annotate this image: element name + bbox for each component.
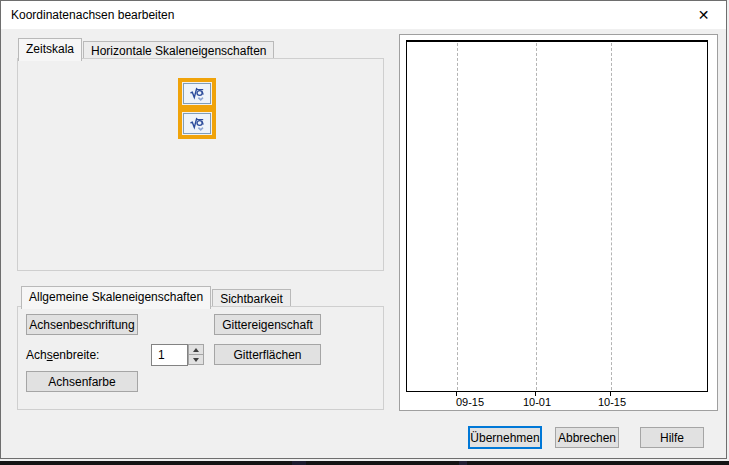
date-formula-icon <box>189 86 205 102</box>
gitterflaechen-button[interactable]: Gitterflächen <box>214 344 321 365</box>
arrow-down-icon <box>193 358 199 362</box>
achsenbeschriftung-button[interactable]: Achsenbeschriftung <box>26 314 138 335</box>
x-axis-label: 10-15 <box>598 396 626 408</box>
achsenbreite-stepper <box>188 344 204 365</box>
chart-preview-panel: 09-15 10-01 10-15 <box>399 34 718 411</box>
x-axis-label: 10-01 <box>523 396 551 408</box>
arrow-up-icon <box>193 348 199 352</box>
hilfe-button[interactable]: Hilfe <box>640 427 704 448</box>
enddatum-datepicker-button[interactable] <box>183 113 211 134</box>
achsenfarbe-button[interactable]: Achsenfarbe <box>26 371 138 392</box>
screen: Koordinatenachsen bearbeiten ✕ Zeitskala… <box>0 0 729 465</box>
chart-gridline <box>536 43 537 390</box>
x-axis-label: 09-15 <box>456 396 484 408</box>
dialog-koordinatenachsen: Koordinatenachsen bearbeiten ✕ Zeitskala… <box>0 0 727 459</box>
uebernehmen-button[interactable]: Übernehmen <box>468 426 542 449</box>
stepper-down-button[interactable] <box>188 354 204 365</box>
date-formula-icon <box>189 116 205 132</box>
tab-zeitskala[interactable]: Zeitskala <box>18 38 82 61</box>
gittereigenschaft-button[interactable]: Gittereigenschaft <box>214 314 321 335</box>
close-icon[interactable]: ✕ <box>681 1 726 29</box>
achsenbreite-input[interactable] <box>151 344 188 366</box>
startdatum-datepicker-button[interactable] <box>183 83 211 104</box>
tab-allgemeine-skaleneigenschaften[interactable]: Allgemeine Skaleneigenschaften <box>21 286 211 309</box>
window-title: Koordinatenachsen bearbeiten <box>11 8 174 22</box>
chart-gridline <box>457 43 458 390</box>
chart-gridline <box>611 43 612 390</box>
chart-plot-area <box>406 40 708 392</box>
achsenbreite-label: Achsenbreite: <box>26 348 99 362</box>
taskbar-sliver <box>0 461 729 465</box>
abbrechen-button[interactable]: Abbrechen <box>555 427 619 448</box>
titlebar[interactable]: Koordinatenachsen bearbeiten ✕ <box>1 1 726 29</box>
